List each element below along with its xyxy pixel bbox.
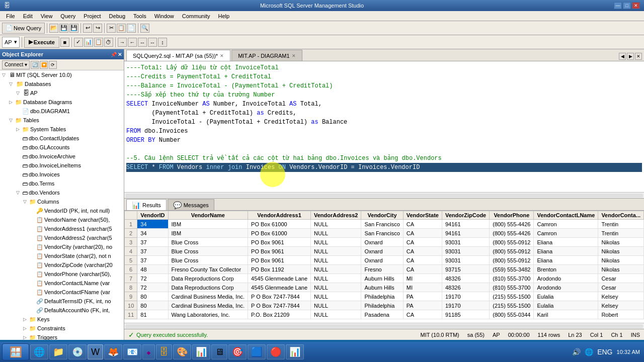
- results-to-button[interactable]: 📋: [94, 38, 103, 47]
- cell-0-7[interactable]: 94161: [442, 220, 489, 229]
- cell-7-7[interactable]: 48326: [442, 283, 489, 292]
- tree-item-2[interactable]: ▽📁Tables: [0, 116, 124, 125]
- start-button[interactable]: 🪟: [2, 343, 29, 360]
- cell-0-2[interactable]: IBM: [168, 220, 248, 229]
- tree-item-15[interactable]: 📋VendorAddress2 (varchar(5: [0, 233, 124, 242]
- cell-8-5[interactable]: Philadelphia: [361, 292, 403, 301]
- tree-item-13[interactable]: 📋VendorName (varchar(50),: [0, 215, 124, 224]
- cell-4-4[interactable]: NULL: [311, 256, 361, 265]
- display-ep-button[interactable]: 📊: [84, 38, 93, 47]
- save-all-button[interactable]: 💾: [69, 24, 78, 33]
- tree-item-22[interactable]: 🔗DefaultTermsID (FK, int, no: [0, 297, 124, 306]
- table-row[interactable]: 980Cardinal Business Media, Inc.P O Box …: [125, 292, 644, 301]
- cell-7-3[interactable]: 4545 Glenmeade Lane: [248, 283, 311, 292]
- cell-3-6[interactable]: CA: [403, 247, 442, 256]
- taskbar-chrome[interactable]: 🔴: [267, 344, 285, 359]
- col-header-1[interactable]: VendorID: [137, 211, 168, 220]
- cell-5-5[interactable]: Fresno: [361, 265, 403, 274]
- copy-button[interactable]: 📋: [117, 24, 126, 33]
- col-header-8[interactable]: VendorPhone: [490, 211, 534, 220]
- results-table-container[interactable]: VendorIDVendorNameVendorAddress1VendorAd…: [124, 211, 644, 323]
- menu-help[interactable]: Help: [214, 12, 233, 20]
- connect-button[interactable]: Connect ▾: [2, 60, 30, 69]
- table-row[interactable]: 234IBMPO Box 61000NULLSan FranciscoCA941…: [125, 229, 644, 238]
- cell-5-8[interactable]: (559) 555-3482: [490, 265, 534, 274]
- tree-item-1[interactable]: 📄dbo.DIAGRAM1: [0, 107, 124, 116]
- cell-2-9[interactable]: Eliana: [534, 238, 598, 247]
- cell-3-10[interactable]: Nikolas: [598, 247, 644, 256]
- cell-4-2[interactable]: Blue Cross: [168, 256, 248, 265]
- cell-1-1[interactable]: 34: [137, 229, 168, 238]
- cell-10-8[interactable]: (800) 555-0344: [490, 310, 534, 319]
- tree-item-23[interactable]: 🔗DefaultAccountNo (FK, int,: [0, 306, 124, 315]
- menu-community[interactable]: Community: [178, 12, 214, 20]
- cell-4-9[interactable]: Eliana: [534, 256, 598, 265]
- cell-9-4[interactable]: NULL: [311, 301, 361, 310]
- cell-10-2[interactable]: Wang Laboratories, Inc.: [168, 310, 248, 319]
- cell-8-3[interactable]: P O Box 7247-7844: [248, 292, 311, 301]
- tree-item-8[interactable]: 🗃dbo.Invoices: [0, 170, 124, 179]
- tab-close-2[interactable]: ✕: [292, 53, 296, 58]
- tree-item-10[interactable]: ▽🗃dbo.Vendors: [0, 188, 124, 197]
- cell-7-5[interactable]: Auburn Hills: [361, 283, 403, 292]
- cell-5-0[interactable]: 6: [125, 265, 137, 274]
- tree-item-16[interactable]: 📋VendorCity (varchar(20), no: [0, 242, 124, 251]
- cell-5-3[interactable]: PO Box 1192: [248, 265, 311, 274]
- results-tab-results[interactable]: 📊 Results: [126, 199, 167, 210]
- paste-button[interactable]: 📄: [127, 24, 136, 33]
- table-row[interactable]: 772Data Reproductions Corp4545 Glenmeade…: [125, 274, 644, 283]
- cell-9-6[interactable]: PA: [403, 301, 442, 310]
- cell-5-10[interactable]: Nikolas: [598, 265, 644, 274]
- tree-databases-node[interactable]: ▽ 📁 Databases: [0, 79, 124, 88]
- tab-close-all[interactable]: ✕: [635, 53, 642, 60]
- open-file-button[interactable]: 📂: [49, 24, 58, 33]
- menu-debug[interactable]: Debug: [105, 12, 129, 20]
- taskbar-explorer[interactable]: 📁: [49, 344, 67, 359]
- col-header-3[interactable]: VendorAddress1: [248, 211, 311, 220]
- search-button[interactable]: 🔍: [140, 24, 149, 33]
- oe-close-button[interactable]: ✕: [118, 52, 122, 57]
- tree-item-21[interactable]: 📋VendorContactFName (var: [0, 288, 124, 297]
- cell-2-3[interactable]: PO Box 9061: [248, 238, 311, 247]
- close-button[interactable]: ✕: [632, 2, 640, 9]
- menu-edit[interactable]: Edit: [19, 12, 37, 20]
- cell-10-6[interactable]: CA: [403, 310, 442, 319]
- stop-button[interactable]: ■: [60, 38, 69, 47]
- cell-7-9[interactable]: Arodondo: [534, 283, 598, 292]
- oe-sync-button[interactable]: ⟳: [49, 61, 57, 69]
- cell-4-10[interactable]: Nikolas: [598, 256, 644, 265]
- editor-scrollbar-h[interactable]: [124, 192, 644, 198]
- tree-item-5[interactable]: 🗃dbo.GLAccounts: [0, 143, 124, 152]
- tree-item-4[interactable]: 🗃dbo.ContactUpdates: [0, 134, 124, 143]
- cell-3-7[interactable]: 93031: [442, 247, 489, 256]
- query-tab-2[interactable]: MIT.AP - DIAGRAM1 ✕: [231, 50, 302, 61]
- taskbar-excel[interactable]: 📊: [192, 344, 210, 359]
- cell-6-7[interactable]: 48326: [442, 274, 489, 283]
- menu-project[interactable]: Project: [79, 12, 105, 20]
- menu-window[interactable]: Window: [150, 12, 178, 20]
- cell-0-9[interactable]: Camron: [534, 220, 598, 229]
- cell-2-10[interactable]: Nikolas: [598, 238, 644, 247]
- taskbar-app1[interactable]: 🎯: [228, 344, 247, 359]
- cell-7-6[interactable]: MI: [403, 283, 442, 292]
- cell-4-5[interactable]: Oxnard: [361, 256, 403, 265]
- minimize-button[interactable]: —: [614, 2, 622, 9]
- cell-3-2[interactable]: Blue Cross: [168, 247, 248, 256]
- tree-item-9[interactable]: 🗃dbo.Terms: [0, 179, 124, 188]
- taskbar-ie[interactable]: 🌐: [30, 344, 48, 359]
- taskbar-app2[interactable]: 🟦: [248, 344, 266, 359]
- cell-6-0[interactable]: 7: [125, 274, 137, 283]
- cell-3-0[interactable]: 4: [125, 247, 137, 256]
- cell-10-4[interactable]: NULL: [311, 310, 361, 319]
- cell-7-2[interactable]: Data Reproductions Corp: [168, 283, 248, 292]
- maximize-button[interactable]: □: [623, 2, 631, 9]
- cell-3-8[interactable]: (800) 555-0912: [490, 247, 534, 256]
- tree-item-25[interactable]: ▷📁Constraints: [0, 324, 124, 333]
- taskbar-ssms[interactable]: 🗄: [156, 344, 172, 359]
- cell-8-1[interactable]: 80: [137, 292, 168, 301]
- cell-0-3[interactable]: PO Box 61000: [248, 220, 311, 229]
- col-header-5[interactable]: VendorCity: [361, 211, 403, 220]
- cell-2-1[interactable]: 37: [137, 238, 168, 247]
- cell-8-2[interactable]: Cardinal Business Media, Inc.: [168, 292, 248, 301]
- cell-2-8[interactable]: (800) 555-0912: [490, 238, 534, 247]
